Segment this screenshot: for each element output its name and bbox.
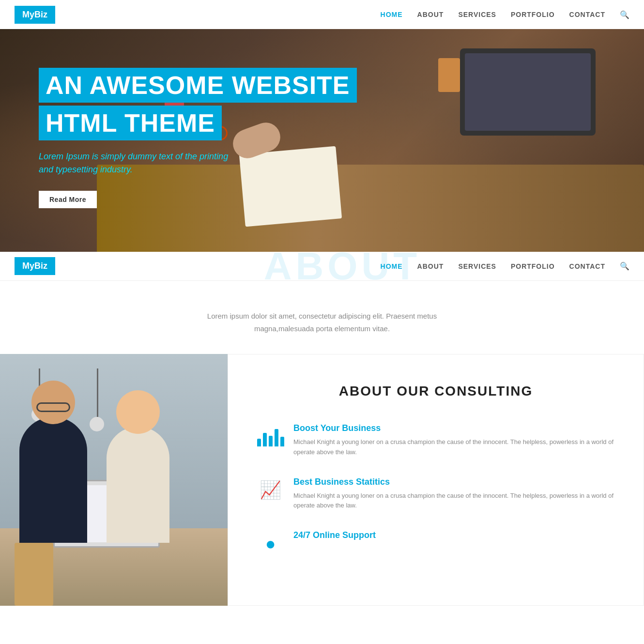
lamp-wire-2 — [97, 368, 98, 417]
boost-text: Boost Your Business Michael Knight a you… — [293, 423, 614, 458]
boost-heading: Boost Your Business — [293, 423, 614, 433]
chair-1 — [15, 543, 53, 606]
person-male-body — [19, 417, 87, 543]
nav-link-about[interactable]: ABOUT — [417, 11, 444, 18]
hero-title-block: AN AWESOME WEBSITE HTML THEME — [39, 68, 357, 150]
statistics-icon: 📈 — [257, 477, 284, 504]
statistics-heading: Best Business Statitics — [293, 477, 614, 487]
sticky-nav-link-about[interactable]: ABOUT — [417, 262, 444, 270]
person-male-glasses — [36, 402, 70, 412]
sticky-nav-link-services[interactable]: SERVICES — [458, 262, 496, 270]
lamp-bulb-2 — [90, 417, 104, 431]
hero-content: AN AWESOME WEBSITE HTML THEME Lorem Ipsu… — [0, 29, 644, 247]
bar-1 — [257, 439, 261, 446]
bar-3 — [269, 436, 273, 446]
nav-links: HOME ABOUT SERVICES PORTFOLIO CONTACT 🔍 — [381, 10, 629, 19]
support-icon-container: ● — [257, 530, 284, 557]
boost-icon — [257, 423, 284, 450]
nav-item-portfolio[interactable]: PORTFOLIO — [511, 10, 555, 19]
nav-link-home[interactable]: HOME — [381, 11, 403, 18]
nav-item-services[interactable]: SERVICES — [458, 10, 496, 19]
about-consulting-title: ABOUT OUR CONSULTING — [257, 383, 614, 399]
read-more-button[interactable]: Read More — [39, 191, 97, 208]
person-female-head — [116, 390, 160, 434]
bar-chart-icon — [257, 427, 284, 446]
bar-4 — [275, 429, 278, 446]
about-description-section: Lorem ipsum dolor sit amet, consectetur … — [0, 281, 644, 354]
statistics-text: Best Business Statitics Michael Knight a… — [293, 477, 614, 511]
sticky-nav-link-home[interactable]: HOME — [381, 262, 403, 270]
hero-title-line2: HTML THEME — [39, 106, 222, 140]
sticky-search-icon-item[interactable]: 🔍 — [620, 261, 629, 271]
feature-statistics: 📈 Best Business Statitics Michael Knight… — [257, 477, 614, 511]
sticky-logo[interactable]: MyBiz — [15, 257, 55, 275]
person-female-body — [107, 427, 169, 543]
nav-item-contact[interactable]: CONTACT — [569, 10, 605, 19]
bar-5 — [280, 437, 284, 446]
top-nav: MyBiz HOME ABOUT SERVICES PORTFOLIO CONT… — [0, 0, 644, 29]
hero-subtitle: Lorem Ipsum is simply dummy text of the … — [39, 150, 242, 176]
sticky-nav-item-contact[interactable]: CONTACT — [569, 262, 605, 271]
nav-item-home[interactable]: HOME — [381, 10, 403, 19]
nav-link-contact[interactable]: CONTACT — [569, 11, 605, 18]
nav-item-about[interactable]: ABOUT — [417, 10, 444, 19]
boost-description: Michael Knight a young loner on a crusa … — [293, 437, 614, 458]
sticky-nav-links: HOME ABOUT SERVICES PORTFOLIO CONTACT 🔍 — [381, 261, 629, 271]
sticky-nav-item-home[interactable]: HOME — [381, 262, 403, 271]
nav-link-portfolio[interactable]: PORTFOLIO — [511, 11, 555, 18]
statistics-description: Michael Knight a young loner on a crusa … — [293, 491, 614, 511]
about-image-column — [0, 354, 228, 606]
sticky-nav-item-portfolio[interactable]: PORTFOLIO — [511, 262, 555, 271]
about-content-section: ABOUT OUR CONSULTING Boost Your Business… — [0, 354, 644, 606]
sticky-search-icon[interactable]: 🔍 — [620, 262, 629, 270]
sticky-nav-link-contact[interactable]: CONTACT — [569, 262, 605, 270]
bar-2 — [263, 433, 267, 446]
search-icon[interactable]: 🔍 — [620, 11, 629, 19]
trend-icon: 📈 — [260, 481, 281, 499]
feature-support: ● 24/7 Online Support — [257, 530, 614, 557]
sticky-nav-item-services[interactable]: SERVICES — [458, 262, 496, 271]
sticky-nav-item-about[interactable]: ABOUT — [417, 262, 444, 271]
feature-boost: Boost Your Business Michael Knight a you… — [257, 423, 614, 458]
sticky-nav-link-portfolio[interactable]: PORTFOLIO — [511, 262, 555, 270]
logo[interactable]: MyBiz — [15, 6, 55, 24]
support-icon: ● — [265, 535, 276, 552]
nav-link-services[interactable]: SERVICES — [458, 11, 496, 18]
about-description: Lorem ipsum dolor sit amet, consectetur … — [201, 310, 443, 335]
hero-section: AN AWESOME WEBSITE HTML THEME Lorem Ipsu… — [0, 29, 644, 252]
support-heading: 24/7 Online Support — [293, 530, 376, 540]
about-info-column: ABOUT OUR CONSULTING Boost Your Business… — [228, 354, 644, 606]
search-icon-item[interactable]: 🔍 — [620, 10, 629, 19]
hero-title-line1: AN AWESOME WEBSITE — [39, 68, 357, 103]
sticky-nav: MyBiz ABOUT HOME ABOUT SERVICES PORTFOLI… — [0, 252, 644, 281]
support-text: 24/7 Online Support — [293, 530, 376, 557]
